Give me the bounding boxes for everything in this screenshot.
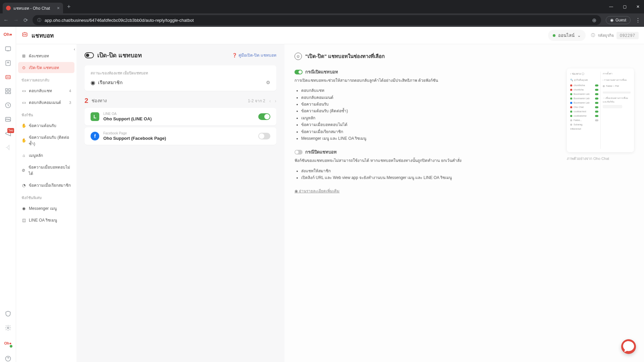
tab-favicon [6,6,11,10]
forward-icon[interactable]: → [13,17,19,23]
close-window-icon[interactable]: ✕ [635,4,641,9]
back-icon[interactable]: ← [3,17,9,23]
address-bar[interactable]: ⓘ app.oho.chat/business/64746afdfecbc09c… [33,15,601,25]
user-icon: ◉ [610,18,613,22]
guest-profile[interactable]: ◉ Guest [606,16,631,24]
translate-icon[interactable]: ⊕ [592,17,596,23]
guest-label: Guest [615,18,626,22]
tab-title: แชทบอท - Oho Chat [13,5,50,11]
window-controls: — ▢ ✕ [608,4,641,9]
browser-toolbar: ← → ⟳ ⓘ app.oho.chat/business/64746afdfe… [0,13,644,27]
browser-titlebar: แชทบอท - Oho Chat × + — ▢ ✕ [0,0,644,13]
browser-menu-icon[interactable]: ⋮ [635,17,641,23]
tab-close-icon[interactable]: × [57,5,60,11]
minimize-icon[interactable]: — [608,4,614,9]
browser-tab[interactable]: แชทบอท - Oho Chat × [3,3,63,13]
site-info-icon[interactable]: ⓘ [37,17,41,23]
url-text: app.oho.chat/business/64746afdfecbc09c2c… [45,18,194,23]
new-tab-button[interactable]: + [67,3,71,10]
reload-icon[interactable]: ⟳ [23,17,28,23]
maximize-icon[interactable]: ▢ [621,4,628,9]
